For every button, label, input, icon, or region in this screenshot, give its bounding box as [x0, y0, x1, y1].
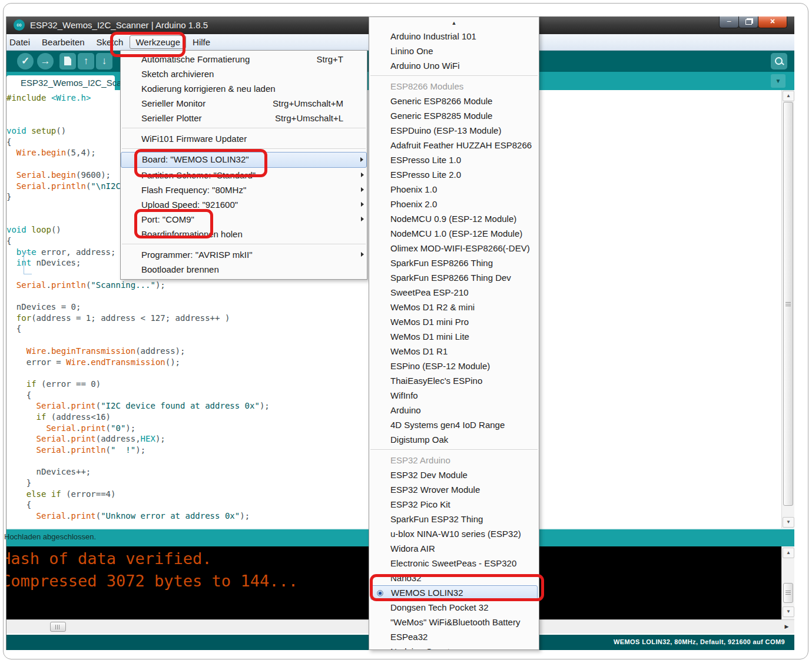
serial-monitor-button[interactable] [771, 53, 787, 69]
tab-sketch[interactable]: ESP32_Wemos_I2C_Scanne [6, 75, 115, 90]
board-item-dongsen-tech-pocket-32[interactable]: Dongsen Tech Pocket 32 [369, 600, 539, 615]
board-item-esp32-dev-module[interactable]: ESP32 Dev Module [369, 468, 539, 482]
menu-item-shortcut: Strg+Umschalt+M [273, 96, 359, 111]
tools-menu-item-wifi101-firmware-updater[interactable]: WiFi101 Firmware Updater [121, 131, 367, 146]
tools-menu-item-port-com9[interactable]: Port: "COM9" [121, 212, 367, 227]
board-item-espresso-lite-1-0[interactable]: ESPresso Lite 1.0 [369, 153, 539, 167]
board-item-label: ESPDuino (ESP-13 Module) [390, 125, 501, 135]
board-item-espresso-lite-2-0[interactable]: ESPresso Lite 2.0 [369, 167, 539, 182]
board-item-nodemcu-0-9-esp-12-module[interactable]: NodeMCU 0.9 (ESP-12 Module) [369, 211, 539, 226]
tools-menu-item-boardinformationen-holen[interactable]: Boardinformationen holen [121, 227, 367, 241]
board-item-sparkfun-esp32-thing[interactable]: SparkFun ESP32 Thing [369, 512, 539, 526]
menu-sketch[interactable]: Sketch [91, 36, 129, 48]
submenu-arrow-icon [360, 157, 363, 162]
tools-menu-item-flash-frequency-80mhz[interactable]: Flash Frequency: "80MHz" [121, 183, 367, 197]
board-item-wemos-d1-r2-mini[interactable]: WeMos D1 R2 & mini [369, 300, 539, 314]
board-item-thaieasyelec-s-espino[interactable]: ThaiEasyElec's ESPino [369, 373, 539, 388]
board-item-wemos-wifi-bluetooth-battery[interactable]: "WeMos" WiFi&Bluetooth Battery [369, 615, 539, 629]
board-item-phoenix-2-0[interactable]: Phoenix 2.0 [369, 197, 539, 211]
board-item-esp32-pico-kit[interactable]: ESP32 Pico Kit [369, 497, 539, 512]
console-scroll-up-button[interactable]: ▲ [783, 548, 794, 558]
menu-werkzeuge[interactable]: Werkzeuge [130, 35, 186, 49]
board-item-esp32-wrover-module[interactable]: ESP32 Wrover Module [369, 482, 539, 497]
board-item-wemos-d1-r1[interactable]: WeMos D1 R1 [369, 344, 539, 359]
console-scroll-down-button[interactable]: ▼ [783, 606, 794, 617]
menu-separator [370, 449, 538, 450]
tools-menu-item-sketch-archivieren[interactable]: Sketch archivieren [121, 67, 367, 81]
board-item-wifinfo[interactable]: WifInfo [369, 388, 539, 403]
board-item-label: ThaiEasyElec's ESPino [390, 376, 482, 386]
board-item-nano32[interactable]: Nano32 [369, 571, 539, 585]
menu-bearbeiten[interactable]: Bearbeiten [37, 36, 90, 48]
menu-separator [122, 244, 366, 245]
verify-button[interactable]: ✓ [17, 53, 34, 69]
editor-scroll-thumb[interactable] [783, 102, 793, 506]
console-scrollbar[interactable]: ▲ ▼ [781, 546, 794, 619]
board-item-noduino-quantum[interactable]: Noduino Quantum [369, 644, 539, 650]
arduino-ide-window: ∞ ESP32_Wemos_I2C_Scanner | Arduino 1.8.… [6, 16, 794, 650]
board-item-digistump-oak[interactable]: Digistump Oak [369, 432, 539, 447]
menu-item-label: Partition Scheme: "Standard" [141, 168, 256, 183]
tools-menu-item-automatische-formatierung[interactable]: Automatische FormatierungStrg+T [121, 52, 367, 67]
maximize-icon [745, 19, 752, 25]
submenu-arrow-icon [361, 252, 364, 257]
save-button[interactable]: ↓ [96, 53, 112, 69]
new-sketch-icon [64, 57, 71, 65]
board-item-nodemcu-1-0-esp-12e-module[interactable]: NodeMCU 1.0 (ESP-12E Module) [369, 226, 539, 241]
board-item-wemos-lolin32[interactable]: WEMOS LOLIN32 [370, 585, 538, 600]
arduino-logo-icon: ∞ [14, 19, 25, 31]
minimize-button[interactable]: – [719, 16, 739, 28]
board-item-label: Noduino Quantum [390, 647, 462, 650]
tools-menu-item-serieller-monitor[interactable]: Serieller MonitorStrg+Umschalt+M [121, 96, 367, 111]
board-menu-scroll-up[interactable]: ▲ [369, 18, 539, 29]
menu-item-label: Automatische Formatierung [141, 52, 250, 67]
board-item-label: Electronic SweetPeas - ESP320 [390, 558, 516, 568]
board-item-olimex-mod-wifi-esp8266-dev[interactable]: Olimex MOD-WIFI-ESP8266(-DEV) [369, 241, 539, 256]
board-item-arduino[interactable]: Arduino [369, 403, 539, 417]
console-scroll-thumb[interactable] [783, 583, 793, 603]
editor-scrollbar[interactable]: ▲ ▼ [781, 90, 794, 528]
horizontal-scroll-thumb[interactable] [50, 622, 66, 632]
board-item-wemos-d1-mini-lite[interactable]: WeMos D1 mini Lite [369, 329, 539, 344]
board-item-sparkfun-esp8266-thing-dev[interactable]: SparkFun ESP8266 Thing Dev [369, 270, 539, 285]
horizontal-scroll-right-button[interactable]: ▶ [781, 622, 793, 632]
tools-menu-item-board-wemos-lolin32[interactable]: Board: "WEMOS LOLIN32" [121, 152, 367, 168]
tab-list-dropdown-button[interactable]: ▼ [771, 74, 786, 88]
tools-menu-item-upload-speed-921600[interactable]: Upload Speed: "921600" [121, 197, 367, 212]
board-item-linino-one[interactable]: Linino One [369, 44, 539, 58]
editor-scroll-up-button[interactable]: ▲ [783, 91, 794, 101]
menu-datei[interactable]: Datei [4, 36, 35, 48]
maximize-button[interactable] [738, 16, 758, 28]
tools-menu-item-bootloader-brennen[interactable]: Bootloader brennen [121, 262, 367, 277]
board-item-generic-esp8285-module[interactable]: Generic ESP8285 Module [369, 108, 539, 123]
board-item-adafruit-feather-huzzah-esp8266[interactable]: Adafruit Feather HUZZAH ESP8266 [369, 138, 539, 153]
board-item-generic-esp8266-module[interactable]: Generic ESP8266 Module [369, 94, 539, 108]
board-item-sweetpea-esp-210[interactable]: SweetPea ESP-210 [369, 285, 539, 300]
tools-menu-item-partition-scheme-standard[interactable]: Partition Scheme: "Standard" [121, 168, 367, 183]
tools-menu-item-programmer-avrisp-mkii[interactable]: Programmer: "AVRISP mkII" [121, 247, 367, 262]
menu-item-label: Programmer: "AVRISP mkII" [141, 247, 252, 262]
new-sketch-button[interactable] [59, 53, 76, 69]
board-item-phoenix-1-0[interactable]: Phoenix 1.0 [369, 182, 539, 197]
tools-menu-item-kodierung-korrigieren-neu-laden[interactable]: Kodierung korrigieren & neu laden [121, 81, 367, 96]
editor-scroll-down-button[interactable]: ▼ [783, 517, 794, 528]
board-item-arduino-industrial-101[interactable]: Arduino Industrial 101 [369, 29, 539, 44]
close-button[interactable]: × [758, 16, 787, 28]
open-button[interactable]: ↑ [78, 53, 94, 69]
board-item-sparkfun-esp8266-thing[interactable]: SparkFun ESP8266 Thing [369, 256, 539, 270]
board-item-4d-systems-gen4-iod-range[interactable]: 4D Systems gen4 IoD Range [369, 417, 539, 432]
board-item-label: ESPresso Lite 2.0 [390, 170, 461, 180]
menu-hilfe[interactable]: Hilfe [187, 36, 216, 48]
upload-button[interactable]: → [37, 53, 54, 69]
board-item-u-blox-nina-w10-series-esp32[interactable]: u-blox NINA-W10 series (ESP32) [369, 526, 539, 541]
board-item-label: Generic ESP8285 Module [390, 111, 492, 121]
board-item-label: Phoenix 1.0 [390, 184, 437, 194]
board-item-espino-esp-12-module[interactable]: ESPino (ESP-12 Module) [369, 359, 539, 373]
board-item-electronic-sweetpeas-esp320[interactable]: Electronic SweetPeas - ESP320 [369, 556, 539, 571]
board-item-arduino-uno-wifi[interactable]: Arduino Uno WiFi [369, 58, 539, 73]
board-item-wemos-d1-mini-pro[interactable]: WeMos D1 mini Pro [369, 314, 539, 329]
tools-menu-item-serieller-plotter[interactable]: Serieller PlotterStrg+Umschalt+L [121, 111, 367, 125]
board-item-espduino-esp-13-module[interactable]: ESPDuino (ESP-13 Module) [369, 123, 539, 138]
board-item-widora-air[interactable]: Widora AIR [369, 541, 539, 556]
board-item-espea32[interactable]: ESPea32 [369, 629, 539, 644]
